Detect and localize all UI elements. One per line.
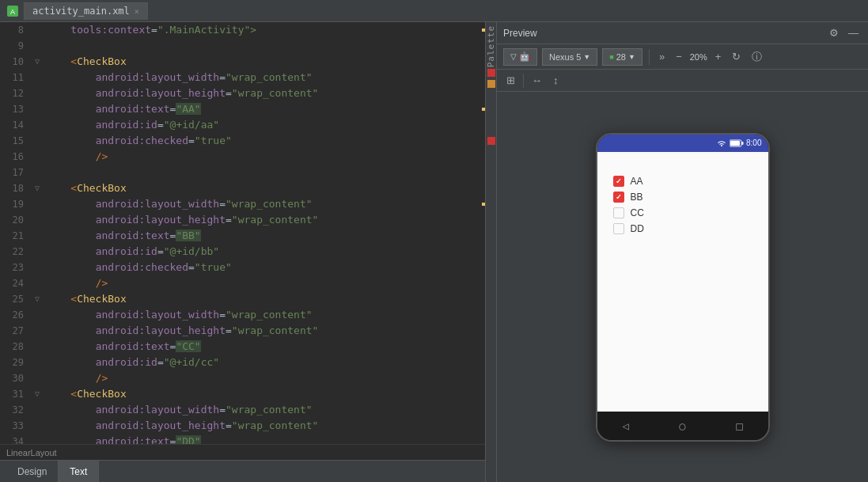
line-number: 33: [0, 418, 32, 434]
code-line: 20 android:layout_height="wrap_content": [0, 212, 485, 228]
svg-rect-4: [730, 141, 740, 146]
code-content: android:layout_width="wrap_content": [43, 70, 479, 85]
tab-design[interactable]: Design: [6, 461, 59, 482]
settings-icon[interactable]: ⚙: [826, 25, 842, 40]
code-content: <CheckBox: [43, 386, 479, 402]
file-tab[interactable]: activity_main.xml ×: [24, 2, 148, 20]
api-level-label: 28: [616, 52, 626, 62]
code-content: tools:context=".MainActivity">: [43, 22, 479, 38]
code-content: android:text="BB": [43, 228, 479, 244]
checkbox-box[interactable]: [613, 207, 624, 218]
zoom-in-button[interactable]: +: [712, 49, 725, 64]
line-number: 32: [0, 402, 32, 418]
code-line: 33 android:layout_height="wrap_content": [0, 418, 485, 434]
code-line: 13 android:text="AA": [0, 101, 485, 117]
code-content: <CheckBox: [43, 180, 479, 196]
code-line: 17: [0, 165, 485, 180]
code-view[interactable]: 8 tools:context=".MainActivity">910▽ <Ch…: [0, 22, 485, 444]
line-number: 20: [0, 212, 32, 228]
code-content: android:checked="true": [43, 133, 479, 149]
fold-gutter[interactable]: ▽: [32, 291, 43, 307]
warning-mark: [482, 203, 485, 206]
line-number: 34: [0, 434, 32, 444]
line-number: 25: [0, 291, 32, 307]
preview-panel: Preview ⚙ — ▽ 🤖 Nexus 5 ▼ ■ 28 ▼ »: [496, 22, 868, 482]
code-content: android:layout_height="wrap_content": [43, 418, 479, 434]
preview-content: 8:00 AABBCCDD ◁ ○ □: [497, 92, 868, 482]
code-content: android:layout_height="wrap_content": [43, 212, 479, 228]
sync-button[interactable]: ↻: [729, 49, 744, 64]
code-line: 29 android:id="@+id/cc": [0, 355, 485, 370]
zoom-level-label: 20%: [690, 52, 707, 62]
code-content: android:id="@+id/cc": [43, 355, 479, 370]
breadcrumb-bar: LinearLayout: [0, 444, 485, 460]
code-line: 27 android:layout_height="wrap_content": [0, 323, 485, 339]
close-tab-icon[interactable]: ×: [135, 7, 139, 16]
line-number: 16: [0, 149, 32, 165]
code-line: 26 android:layout_width="wrap_content": [0, 307, 485, 323]
toolbar-divider: [649, 49, 650, 65]
checkbox-item: CC: [613, 207, 752, 218]
fold-gutter[interactable]: ▽: [32, 54, 43, 70]
back-button[interactable]: ◁: [622, 419, 628, 432]
info-button[interactable]: ⓘ: [749, 48, 765, 66]
fold-gutter[interactable]: ▽: [32, 386, 43, 402]
code-line: 32 android:layout_width="wrap_content": [0, 402, 485, 418]
home-button[interactable]: ○: [679, 419, 685, 432]
nav-bar: ◁ ○ □: [597, 412, 768, 440]
preview-second-toolbar: ⊞ ↔ ↕: [497, 70, 868, 92]
checkbox-label: CC: [631, 207, 644, 218]
palette-color-red2: [487, 137, 495, 145]
api-level-button[interactable]: ■ 28 ▼: [602, 48, 642, 66]
device-selector[interactable]: ▽ 🤖: [503, 48, 537, 66]
pin-icon[interactable]: —: [845, 25, 862, 40]
warning-mark: [482, 108, 485, 111]
title-bar: A activity_main.xml ×: [0, 0, 868, 22]
time-label: 8:00: [746, 139, 761, 147]
toolbar-divider2: [523, 74, 524, 88]
checkbox-box[interactable]: [613, 192, 624, 203]
code-line: 28 android:text="CC": [0, 339, 485, 355]
warning-mark: [482, 28, 485, 32]
line-number: 19: [0, 196, 32, 212]
fold-gutter[interactable]: ▽: [32, 180, 43, 196]
zoom-out-button[interactable]: −: [673, 49, 685, 64]
code-content: />: [43, 149, 479, 165]
line-number: 31: [0, 386, 32, 402]
vertical-resize-icon[interactable]: ↕: [550, 73, 562, 88]
palette-color-orange: [487, 80, 495, 88]
recent-button[interactable]: □: [736, 419, 742, 432]
battery-icon: [730, 139, 744, 147]
checkbox-box[interactable]: [613, 176, 624, 187]
checkbox-item: BB: [613, 192, 752, 203]
breadcrumb: LinearLayout: [6, 448, 57, 457]
code-content: android:id="@+id/aa": [43, 117, 479, 133]
checkbox-box[interactable]: [613, 223, 624, 234]
code-content: android:text="DD": [43, 434, 479, 444]
code-line: 21 android:text="BB": [0, 228, 485, 244]
tab-text[interactable]: Text: [59, 461, 99, 482]
code-content: android:layout_width="wrap_content": [43, 402, 479, 418]
more-options-icon[interactable]: »: [656, 49, 668, 64]
palette-color-red: [487, 69, 495, 77]
split-view-icon[interactable]: ⊞: [503, 73, 518, 88]
svg-rect-3: [742, 142, 744, 145]
code-content: android:layout_height="wrap_content": [43, 323, 479, 339]
device-name-button[interactable]: Nexus 5 ▼: [542, 48, 597, 66]
code-line: 30 />: [0, 370, 485, 386]
checkbox-label: BB: [631, 192, 643, 203]
line-number: 23: [0, 260, 32, 275]
code-content: android:layout_width="wrap_content": [43, 196, 479, 212]
horizontal-resize-icon[interactable]: ↔: [529, 73, 545, 88]
line-number: 28: [0, 339, 32, 355]
line-number: 8: [0, 22, 32, 38]
code-line: 9: [0, 38, 485, 54]
status-icons: 8:00: [716, 139, 761, 147]
line-number: 22: [0, 244, 32, 260]
device-name-label: Nexus 5: [549, 52, 581, 62]
chevron-down-icon: ▼: [583, 53, 590, 61]
palette-strip: Palette: [485, 22, 496, 482]
code-line: 34 android:text="DD": [0, 434, 485, 444]
line-number: 21: [0, 228, 32, 244]
editor-area: 8 tools:context=".MainActivity">910▽ <Ch…: [0, 22, 485, 482]
